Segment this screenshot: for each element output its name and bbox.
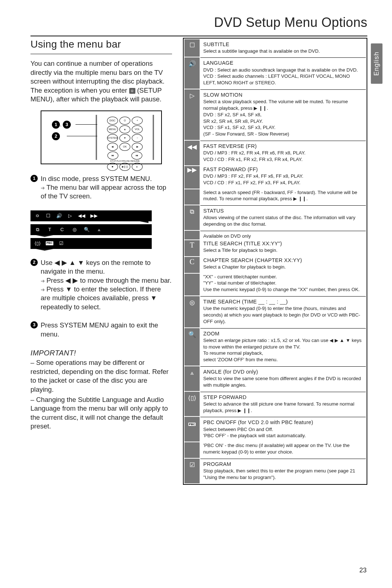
step-1: 1 In disc mode, press SYSTEM MENU. The m… bbox=[30, 174, 172, 201]
menu-option-cell: STATUSAllows viewing of the current stat… bbox=[200, 205, 366, 230]
menu-option-body: Select a Chapter for playback to begin. bbox=[203, 264, 363, 270]
remote-btn-up: ▲ bbox=[119, 125, 130, 133]
remote-btn-ok: OK bbox=[119, 143, 130, 151]
menu-option-cell: "XX" - current title/chapter number."YY"… bbox=[200, 274, 366, 295]
important-heading: IMPORTANT! bbox=[30, 348, 172, 358]
menu-option-cell: FAST FORWARD (FF)DVD / MP3 : FF x2, FF x… bbox=[200, 166, 366, 189]
menu-option-cell: PBC ON/OFF (for VCD 2.0 with PBC feature… bbox=[200, 417, 366, 442]
menu-option-body: Select a Title for playback to begin. bbox=[203, 247, 363, 254]
menu-icon: C bbox=[184, 257, 200, 273]
menu-option-cell: TIME SEARCH (TIME __ : __ : __)Use the n… bbox=[200, 296, 366, 327]
menu-option-body: Select to view the same scene from diffe… bbox=[203, 375, 363, 388]
menu-options-table: ☐SUBTITLESelect a subtitle language that… bbox=[183, 38, 367, 485]
menu-option-body: Allows viewing of the current status of … bbox=[203, 214, 363, 227]
remote-btn: VOL bbox=[132, 125, 143, 133]
remote-label: PLAY/PAUSE bbox=[117, 160, 130, 162]
remote-btn-next: ⏭ bbox=[131, 152, 142, 160]
menu-option-cell: LANGUAGEDVD : Select an audio soundtrack… bbox=[200, 57, 366, 89]
bar-icon: ⛭ bbox=[34, 213, 40, 219]
menu-option-body: Use the numeric keypad (0-9) to enter th… bbox=[203, 305, 363, 325]
menu-option-cell: FAST REVERSE (FR)DVD / MP3 : FR x2, FR x… bbox=[200, 141, 366, 165]
bar-icon: ◀◀ bbox=[78, 213, 85, 219]
remote-btn: O bbox=[119, 117, 130, 125]
callout-1: 1 bbox=[52, 121, 60, 129]
bar-icon: ☐ bbox=[45, 213, 51, 219]
remote-btn-stop: ■ bbox=[107, 163, 118, 171]
menu-option-body: "XX" - current title/chapter number."YY"… bbox=[203, 274, 363, 293]
bar-icon: T bbox=[47, 226, 53, 233]
menu-option-title: FAST FORWARD (FF) bbox=[203, 166, 363, 173]
bar-icon: 🔊 bbox=[56, 213, 62, 219]
menu-icon: ⧉ bbox=[184, 205, 200, 230]
menu-icon: 🔊 bbox=[184, 57, 200, 89]
menu-option-body: Available on DVD only bbox=[203, 233, 363, 239]
menu-option-title: SUBTITLE bbox=[203, 41, 363, 48]
important-block: IMPORTANT! – Some operations may be diff… bbox=[30, 348, 172, 431]
bar-icon: ⟨▯⟩ bbox=[34, 240, 41, 246]
menu-option-body: DVD / MP3 : FF x2, FF x4, FF x6, FF x8, … bbox=[203, 173, 363, 186]
menu-option-body: Stop playback, then select this to enter… bbox=[203, 468, 363, 481]
menu-option-title: ZOOM bbox=[203, 330, 363, 337]
menu-option-cell: Select a search speed (FR - backward, FF… bbox=[200, 189, 366, 205]
menu-option-title: STATUS bbox=[203, 208, 363, 214]
step-num-1: 1 bbox=[30, 175, 38, 182]
menu-option-title: CHAPTER SEARCH (CHAPTER XX:YY) bbox=[203, 257, 363, 264]
menu-icon-blank bbox=[184, 274, 200, 295]
remote-btn-playpause: ▶❙❙ bbox=[119, 163, 130, 171]
menu-option-title: TITLE SEARCH (TITLE XX:YY") bbox=[203, 240, 363, 247]
menu-option-title: ANGLE (for DVD only) bbox=[203, 368, 363, 375]
menu-option-body: Select between PBC On and Off.'PBC OFF' … bbox=[203, 426, 363, 439]
menu-option-body: Select to advance the still picture one … bbox=[203, 401, 363, 414]
menu-icon: ☐ bbox=[184, 39, 200, 57]
step2-text: Use ◀ ▶ ▲ ▼ keys on the remote to naviga… bbox=[41, 259, 151, 275]
menu-option-title: LANGUAGE bbox=[203, 60, 363, 67]
section-heading: Using the menu bar bbox=[30, 38, 172, 55]
remote-btn-prev: ⏮ bbox=[107, 152, 118, 160]
menu-option-title: STEP FORWARD bbox=[203, 394, 363, 401]
menu-icon: ◎ bbox=[184, 296, 200, 327]
bar-icon: ▶▶ bbox=[90, 213, 98, 219]
important-2: – Changing the Subtitle Language and Aud… bbox=[30, 395, 172, 431]
page-number: 23 bbox=[359, 566, 367, 575]
menu-option-title: FAST REVERSE (FR) bbox=[203, 143, 363, 150]
menu-option-cell: TITLE SEARCH (TITLE XX:YY")Select a Titl… bbox=[200, 240, 366, 256]
menu-option-body: DVD : Select an audio soundtrack languag… bbox=[203, 67, 363, 86]
important-1: – Some operations may be different or re… bbox=[30, 358, 172, 394]
step2-sub2: Press ▼ to enter the selection. If there… bbox=[41, 285, 172, 311]
bar-icon-pbc: PBC bbox=[46, 241, 53, 245]
menu-option-title: TIME SEARCH (TIME __ : __ : __) bbox=[203, 298, 363, 305]
bar-icon: ▷ bbox=[67, 213, 73, 219]
step-num-2: 2 bbox=[30, 259, 38, 266]
menu-icon: ▷ bbox=[184, 89, 200, 140]
bar-icon: C bbox=[59, 226, 65, 233]
bar-icon: ⧉ bbox=[34, 226, 40, 233]
menu-option-cell: ANGLE (for DVD only)Select to view the s… bbox=[200, 366, 366, 391]
menu-icon-pbc: PBC bbox=[184, 417, 200, 442]
remote-label: RESUME bbox=[130, 160, 140, 162]
remote-btn: DISC bbox=[107, 117, 118, 125]
menu-icon: ⟨▯⟩ bbox=[184, 392, 200, 416]
bar-icon: ◎ bbox=[72, 226, 77, 233]
setup-menu-icon: ⛭ bbox=[129, 88, 135, 94]
callout-3: 3 bbox=[63, 121, 71, 129]
bar-icon: ⟁ bbox=[96, 226, 102, 233]
menu-icon-blank bbox=[184, 442, 200, 458]
intro-text: You can continue a number of operations … bbox=[30, 59, 172, 104]
step-3: 3 Press SYSTEM MENU again to exit the me… bbox=[30, 321, 172, 339]
remote-btn: SYSTEM bbox=[107, 134, 118, 142]
remote-label: STOP bbox=[110, 160, 116, 162]
step2-sub1: Press ◀ ▶ to move through the menu bar. bbox=[41, 276, 172, 285]
remote-btn: MENU bbox=[107, 125, 118, 133]
remote-btn-resume: ▸ bbox=[132, 163, 143, 171]
remote-btn: − bbox=[132, 134, 143, 142]
step1-text: In disc mode, press SYSTEM MENU. bbox=[41, 175, 152, 182]
remote-figure: 1, 3 2 DISC O + MENU ▲ VOL bbox=[41, 110, 162, 164]
step1-sub: The menu bar will appear across the top … bbox=[41, 183, 172, 201]
menu-option-cell: PROGRAMStop playback, then select this t… bbox=[200, 459, 366, 483]
menu-option-body: Select an enlarge picture ratio : x1.5, … bbox=[203, 337, 363, 363]
language-tab: English bbox=[371, 44, 383, 84]
step-2: 2 Use ◀ ▶ ▲ ▼ keys on the remote to navi… bbox=[30, 258, 172, 311]
menu-icon: 🔍 bbox=[184, 328, 200, 366]
menu-option-body: 'PBC ON' - the disc menu (if available) … bbox=[203, 442, 363, 455]
menu-icon: ▶▶ bbox=[184, 166, 200, 189]
